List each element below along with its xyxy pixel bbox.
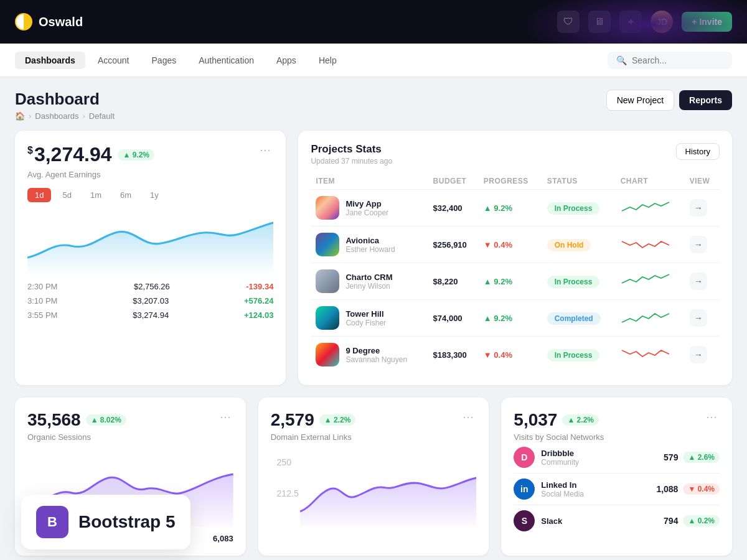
history-button[interactable]: History [676,143,720,160]
view-mivy[interactable]: → [690,199,707,217]
domain-header: 2,579 ▲ 2.2% Domain External Links ⋯ [271,410,477,442]
geo-country: Canada [27,534,56,543]
view-charto[interactable]: → [690,273,707,290]
nav-item-help[interactable]: Help [309,52,347,69]
nav-item-apps[interactable]: Apps [266,52,306,69]
nav-item-account[interactable]: Account [88,52,139,69]
sessions-label: Organic Sessions [27,432,126,442]
social-badge: ▲ 2.2% [562,414,599,426]
social-item-slack: S Slack 794 ▲ 0.2% [514,505,720,536]
budget-tower: $74,000 [433,314,463,323]
budget-charto: $8,220 [433,277,458,286]
proj-sub-mivy: Jane Cooper [345,208,388,217]
nav-item-authentication[interactable]: Authentication [189,52,264,69]
invite-button[interactable]: + Invite [682,12,732,32]
proj-name-9degree: 9 Degree [345,346,407,355]
progress-mivy: ▲ 9.2% [484,203,512,213]
linkedin-badge: ▼ 0.4% [683,483,720,495]
proj-item-charto: Charto CRM Jenny Wilson [316,269,423,293]
proj-item-mivy: Mivy App Jane Cooper [316,196,423,220]
earnings-row-2: 3:10 PM $3,207.03 +576.24 [27,296,273,306]
geo-row-canada: Canada 6,083 [27,534,233,543]
table-row: Avionica Esther Howard $256,910 ▼ 0.4% O… [311,226,720,263]
time-1: 2:30 PM [27,282,57,291]
proj-name-mivy: Mivy App [345,199,388,208]
breadcrumb-default: Default [89,111,115,121]
search-wrap: 🔍 [608,52,732,69]
share-icon[interactable]: ✦ [619,11,642,33]
col-budget: BUDGET [428,173,479,190]
earnings-value: $3,274.94 [27,143,111,166]
dribbble-name: Dribbble [541,449,579,458]
search-icon: 🔍 [616,55,627,65]
time-3: 3:55 PM [27,310,57,320]
earnings-card: $3,274.94 ▲ 9.2% Avg. Agent Earnings ⋯ 1… [15,131,286,385]
sessions-header: 35,568 ▲ 8.02% Organic Sessions ⋯ [27,410,233,442]
proj-icon-tower [316,306,339,330]
linkedin-sub: Social Media [541,490,584,498]
social-header: 5,037 ▲ 2.2% Visits by Social Networks ⋯ [514,410,720,442]
secondary-nav: Dashboards Account Pages Authentication … [0,44,747,77]
tab-1d[interactable]: 1d [27,188,51,202]
sessions-menu[interactable]: ⋯ [217,410,233,442]
svg-text:212.5: 212.5 [276,488,298,498]
proj-item-tower: Tower Hill Cody Fisher [316,306,423,330]
proj-sub-charto: Jenny Wilson [345,282,392,291]
chart-9degree [621,345,680,365]
breadcrumb-dashboards: Dashboards [35,111,78,121]
search-input[interactable] [632,55,723,65]
svg-text:250: 250 [276,457,291,467]
linkedin-icon: in [514,478,535,500]
tab-5d[interactable]: 5d [55,188,78,202]
breadcrumb: 🏠 › Dashboards › Default [15,111,115,121]
tab-1y[interactable]: 1y [143,188,166,202]
brand-logo[interactable]: Oswald [15,13,83,30]
tab-6m[interactable]: 6m [113,188,139,202]
avatar[interactable]: JD [651,11,673,33]
earnings-menu[interactable]: ⋯ [257,143,273,157]
sessions-card: 35,568 ▲ 8.02% Organic Sessions ⋯ [15,398,246,556]
proj-icon-avionica [316,233,339,256]
view-9degree[interactable]: → [690,346,707,363]
amount-2: $3,207.03 [133,296,169,306]
chart-avionica [621,235,680,254]
new-project-button[interactable]: New Project [606,90,674,111]
domain-menu[interactable]: ⋯ [460,410,476,442]
bottom-grid: 35,568 ▲ 8.02% Organic Sessions ⋯ [15,398,732,556]
table-row: Charto CRM Jenny Wilson $8,220 ▲ 9.2% In… [311,263,720,300]
nav-item-dashboards[interactable]: Dashboards [15,52,85,69]
social-menu[interactable]: ⋯ [703,410,720,442]
view-avionica[interactable]: → [690,236,707,253]
earnings-value-wrap: $3,274.94 ▲ 9.2% Avg. Agent Earnings [27,143,154,179]
proj-icon-9degree [316,343,339,366]
projects-table: ITEM BUDGET PROGRESS STATUS CHART VIEW [311,173,720,373]
avatar-img: JD [651,11,673,33]
earnings-row-3: 3:55 PM $3,274.94 +124.03 [27,310,273,320]
reports-button[interactable]: Reports [679,90,732,110]
social-item-linkedin: in Linked In Social Media 1,088 ▼ 0.4% [514,474,720,505]
tab-1m[interactable]: 1m [83,188,109,202]
social-value: 5,037 [514,410,557,430]
progress-charto: ▲ 9.2% [484,277,512,286]
budget-avionica: $256,910 [433,240,467,250]
view-tower[interactable]: → [690,309,707,327]
amount-1: $2,756.26 [134,282,170,291]
earnings-label: Avg. Agent Earnings [27,170,154,179]
top-grid: $3,274.94 ▲ 9.2% Avg. Agent Earnings ⋯ 1… [15,131,732,385]
proj-name-tower: Tower Hill [345,309,386,319]
domain-badge: ▲ 2.2% [319,414,356,426]
progress-tower: ▲ 9.2% [484,314,512,323]
monitor-icon[interactable]: 🖥 [588,11,611,33]
social-card: 5,037 ▲ 2.2% Visits by Social Networks ⋯… [501,398,732,556]
col-status: STATUS [542,173,616,190]
nav-item-pages[interactable]: Pages [142,52,187,69]
budget-9degree: $183,300 [433,350,467,360]
page-header: Dashboard 🏠 › Dashboards › Default New P… [15,90,732,121]
proj-sub-avionica: Esther Howard [345,245,395,254]
col-view: VIEW [685,173,720,190]
status-charto: In Process [547,276,600,288]
shield-icon[interactable]: 🛡 [557,11,580,33]
progress-avionica: ▼ 0.4% [484,240,512,250]
col-item: ITEM [311,173,428,190]
earnings-row-1: 2:30 PM $2,756.26 -139.34 [27,282,273,291]
